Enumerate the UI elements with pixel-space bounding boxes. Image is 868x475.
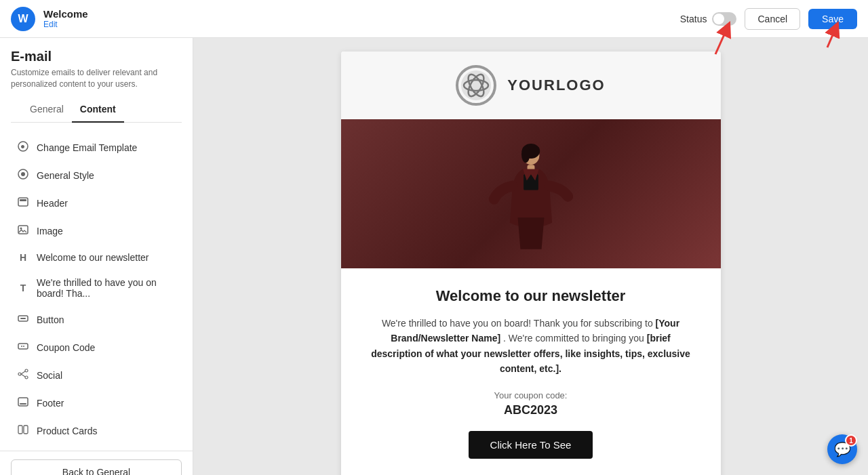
heading-icon: H: [16, 252, 30, 263]
sidebar-item-label: Image: [37, 226, 63, 236]
svg-rect-8: [20, 318, 26, 319]
topbar: W Welcome Edit Status Cancel Save: [0, 0, 868, 38]
toggle-knob: [713, 14, 724, 24]
coupon-icon: [16, 341, 30, 354]
email-heading: Welcome to our newsletter: [368, 287, 694, 305]
logo-text: YOURLOGO: [507, 77, 605, 94]
sidebar-item-coupon-code[interactable]: Coupon Code: [5, 334, 187, 361]
save-button[interactable]: Save: [808, 9, 857, 29]
hero-figure: [341, 119, 721, 268]
sidebar-description: Customize emails to deliver relevant and…: [11, 67, 182, 90]
coupon-label: Your coupon code:: [368, 390, 694, 400]
sidebar-item-product-cards[interactable]: Product Cards: [5, 417, 187, 445]
app-icon: W: [11, 7, 35, 31]
email-body-text: We're thrilled to have you on board! Tha…: [368, 316, 694, 377]
sidebar-items-list: Change Email Template General Style Head…: [0, 128, 193, 451]
sidebar-item-change-email-template[interactable]: Change Email Template: [5, 134, 187, 161]
sidebar-tabs: General Content: [11, 98, 182, 123]
svg-rect-17: [20, 403, 26, 405]
sidebar-item-header[interactable]: Header: [5, 190, 187, 217]
content-area: YOURLOGO: [193, 38, 868, 475]
sidebar-item-social[interactable]: Social: [5, 362, 187, 389]
sidebar-item-label: Welcome to our newsletter: [37, 252, 149, 263]
main-layout: E-mail Customize emails to deliver relev…: [0, 38, 868, 475]
svg-rect-5: [18, 226, 28, 234]
email-hero-image: [341, 119, 721, 268]
svg-rect-4: [20, 199, 26, 201]
sidebar-item-label: We're thrilled to have you on board! Tha…: [37, 277, 176, 299]
email-body: Welcome to our newsletter We're thrilled…: [341, 268, 721, 475]
footer-icon: [16, 396, 30, 410]
app-title-group: Welcome Edit: [43, 8, 88, 29]
svg-point-13: [18, 373, 21, 375]
back-to-general-button[interactable]: Back to General: [11, 459, 182, 475]
svg-line-15: [21, 374, 25, 377]
style-icon: [16, 169, 30, 182]
sidebar-item-label: Social: [37, 370, 62, 381]
svg-point-11: [25, 369, 28, 372]
sidebar-item-footer[interactable]: Footer: [5, 390, 187, 417]
svg-point-26: [521, 146, 530, 163]
chat-badge: 1: [845, 434, 857, 447]
svg-point-20: [461, 70, 491, 100]
svg-point-6: [20, 227, 22, 229]
product-cards-icon: [16, 424, 30, 438]
status-area: Status: [680, 12, 737, 26]
sidebar-footer: Back to General: [0, 451, 193, 475]
sidebar-item-label: Coupon Code: [37, 342, 95, 353]
tab-general[interactable]: General: [22, 98, 72, 123]
button-icon: [16, 313, 30, 327]
body-bold-1: [Your Brand/Newsletter Name]: [391, 318, 679, 344]
email-logo-area: YOURLOGO: [341, 51, 721, 119]
sidebar-item-label: Footer: [37, 398, 64, 409]
social-icon: [16, 369, 30, 382]
sidebar-header: E-mail Customize emails to deliver relev…: [0, 38, 193, 128]
email-preview: YOURLOGO: [341, 51, 721, 475]
sidebar-title: E-mail: [11, 49, 182, 64]
sidebar-item-general-style[interactable]: General Style: [5, 162, 187, 189]
cta-button[interactable]: Click Here To See: [469, 431, 593, 459]
text-icon: T: [16, 283, 30, 293]
sidebar-item-label: General Style: [37, 170, 94, 181]
app-edit-link[interactable]: Edit: [43, 20, 88, 29]
svg-rect-18: [18, 426, 22, 434]
topbar-right: Status Cancel Save: [680, 8, 857, 30]
sidebar-item-label: Header: [37, 198, 68, 209]
sidebar-item-label: Product Cards: [37, 426, 97, 436]
header-icon: [16, 197, 30, 210]
svg-point-2: [21, 172, 25, 176]
svg-rect-16: [18, 398, 28, 406]
topbar-left: W Welcome Edit: [11, 7, 88, 31]
app-title: Welcome: [43, 8, 88, 20]
image-icon: [16, 224, 30, 238]
cancel-button[interactable]: Cancel: [745, 8, 800, 30]
template-icon: [16, 141, 30, 154]
logo-circle: [456, 65, 496, 106]
sidebar-item-button[interactable]: Button: [5, 306, 187, 333]
sidebar-item-welcome-newsletter[interactable]: H Welcome to our newsletter: [5, 245, 187, 270]
sidebar-item-thrilled[interactable]: T We're thrilled to have you on board! T…: [5, 270, 187, 306]
status-toggle[interactable]: [712, 12, 736, 26]
sidebar-item-label: Change Email Template: [37, 142, 137, 153]
tab-content[interactable]: Content: [72, 98, 124, 123]
sidebar-item-image[interactable]: Image: [5, 218, 187, 245]
svg-rect-19: [24, 426, 28, 434]
chat-bubble-button[interactable]: 💬 1: [827, 434, 857, 464]
sidebar: E-mail Customize emails to deliver relev…: [0, 38, 193, 475]
svg-point-12: [25, 376, 28, 379]
sidebar-item-label: Button: [37, 314, 64, 325]
status-label: Status: [680, 14, 707, 24]
svg-rect-3: [18, 198, 28, 206]
coupon-code-value: ABC2023: [368, 403, 694, 417]
svg-line-14: [21, 371, 25, 374]
